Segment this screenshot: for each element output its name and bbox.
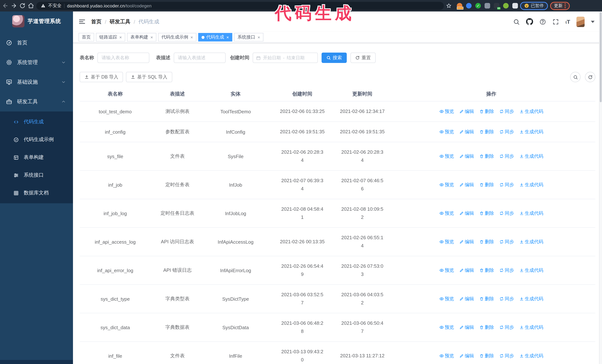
browser-back-icon[interactable] xyxy=(2,3,9,9)
action-preview[interactable]: 预览 xyxy=(439,182,454,188)
sidebar-item-infra[interactable]: 基础设施 xyxy=(0,72,73,92)
breadcrumb-devtools[interactable]: 研发工具 xyxy=(110,18,130,25)
start-date-placeholder[interactable]: 开始日期 xyxy=(263,55,281,61)
search-button[interactable]: 搜索 xyxy=(322,52,347,63)
refresh-table-button[interactable] xyxy=(585,72,595,82)
action-sync[interactable]: 同步 xyxy=(499,129,514,135)
action-sync[interactable]: 同步 xyxy=(499,239,514,245)
avatar[interactable] xyxy=(576,16,585,27)
avatar-caret-icon[interactable] xyxy=(591,21,595,23)
sidebar-item-system-api[interactable]: 系统接口 xyxy=(0,166,73,184)
font-size-icon[interactable]: tT xyxy=(566,19,570,24)
action-edit[interactable]: 编辑 xyxy=(459,353,474,359)
sidebar-item-home[interactable]: 首页 xyxy=(0,33,73,52)
help-icon[interactable] xyxy=(540,18,546,25)
tab-代码生成[interactable]: 代码生成 × xyxy=(198,33,232,42)
action-sync[interactable]: 同步 xyxy=(499,296,514,302)
action-generate[interactable]: 生成代码 xyxy=(519,153,543,159)
action-delete[interactable]: 删除 xyxy=(479,296,494,302)
tab-close-icon[interactable]: × xyxy=(226,35,229,40)
collapse-sidebar-icon[interactable] xyxy=(78,18,86,25)
action-generate[interactable]: 生成代码 xyxy=(519,182,543,188)
tab-close-icon[interactable]: × xyxy=(190,35,193,40)
window-scrollbar[interactable] xyxy=(599,11,602,364)
tab-系统接口[interactable]: 系统接口 × xyxy=(234,33,263,42)
action-sync[interactable]: 同步 xyxy=(499,210,514,217)
action-delete[interactable]: 删除 xyxy=(479,353,494,359)
action-preview[interactable]: 预览 xyxy=(439,353,454,359)
browser-home-icon[interactable] xyxy=(28,3,34,9)
browser-reload-icon[interactable] xyxy=(19,3,26,9)
action-preview[interactable]: 预览 xyxy=(439,267,454,273)
tab-close-icon[interactable]: × xyxy=(150,35,153,40)
paused-extension-button[interactable]: 已暂停 xyxy=(520,2,548,10)
address-bar[interactable]: 不安全 dashboard.yudao.iocoder.cn/tool/code… xyxy=(36,2,444,10)
date-range-picker[interactable]: 开始日期 - 结束日期 xyxy=(253,52,318,63)
action-generate[interactable]: 生成代码 xyxy=(519,324,543,331)
action-preview[interactable]: 预览 xyxy=(439,210,454,217)
toggle-search-button[interactable] xyxy=(570,72,580,82)
breadcrumb-home[interactable]: 首页 xyxy=(91,18,101,25)
dark-switch-extension-icon[interactable]: on xyxy=(494,3,499,9)
action-delete[interactable]: 删除 xyxy=(479,153,494,159)
action-edit[interactable]: 编辑 xyxy=(459,129,474,135)
browser-update-button[interactable]: 更新 xyxy=(550,2,570,10)
table-name-input[interactable] xyxy=(97,52,149,63)
action-generate[interactable]: 生成代码 xyxy=(519,267,543,273)
app-logo-row[interactable]: 芋道管理系统 xyxy=(0,11,73,31)
action-edit[interactable]: 编辑 xyxy=(459,296,474,302)
scrollbar-thumb[interactable] xyxy=(600,12,602,102)
puzzle-extension-icon[interactable] xyxy=(512,3,518,9)
action-sync[interactable]: 同步 xyxy=(499,182,514,188)
sql-import-button[interactable]: 基于 SQL 导入 xyxy=(126,72,172,82)
action-sync[interactable]: 同步 xyxy=(499,108,514,114)
action-generate[interactable]: 生成代码 xyxy=(519,296,543,302)
action-preview[interactable]: 预览 xyxy=(439,153,454,159)
action-preview[interactable]: 预览 xyxy=(439,324,454,331)
action-sync[interactable]: 同步 xyxy=(499,353,514,359)
table-desc-input[interactable] xyxy=(174,52,226,63)
action-delete[interactable]: 删除 xyxy=(479,239,494,245)
action-edit[interactable]: 编辑 xyxy=(459,108,474,114)
gray-grid-extension-icon[interactable] xyxy=(484,3,490,9)
tab-链路追踪[interactable]: 链路追踪 × xyxy=(96,33,125,42)
action-generate[interactable]: 生成代码 xyxy=(519,129,543,135)
tab-代码生成示例[interactable]: 代码生成示例 × xyxy=(158,33,196,42)
action-delete[interactable]: 删除 xyxy=(479,267,494,273)
end-date-placeholder[interactable]: 结束日期 xyxy=(287,55,304,61)
action-edit[interactable]: 编辑 xyxy=(459,324,474,331)
tab-首页[interactable]: 首页 xyxy=(78,33,94,42)
action-delete[interactable]: 删除 xyxy=(479,129,494,135)
action-preview[interactable]: 预览 xyxy=(439,108,454,114)
sidebar-item-codegen-example[interactable]: 代码生成示例 xyxy=(0,131,73,148)
action-preview[interactable]: 预览 xyxy=(439,296,454,302)
action-edit[interactable]: 编辑 xyxy=(459,153,474,159)
github-icon[interactable] xyxy=(526,18,533,25)
action-sync[interactable]: 同步 xyxy=(499,324,514,331)
orange-circle-extension-icon[interactable] xyxy=(457,3,462,9)
sidebar-item-system[interactable]: 系统管理 xyxy=(0,52,73,72)
action-delete[interactable]: 删除 xyxy=(479,108,494,114)
action-generate[interactable]: 生成代码 xyxy=(519,108,543,114)
action-sync[interactable]: 同步 xyxy=(499,267,514,273)
action-edit[interactable]: 编辑 xyxy=(459,210,474,217)
action-generate[interactable]: 生成代码 xyxy=(519,239,543,245)
sidebar-item-db-doc[interactable]: 数据库文档 xyxy=(0,184,73,202)
action-delete[interactable]: 删除 xyxy=(479,324,494,331)
tab-close-icon[interactable]: × xyxy=(119,35,122,40)
action-generate[interactable]: 生成代码 xyxy=(519,353,543,359)
sidebar-item-codegen[interactable]: 代码生成 xyxy=(0,113,73,131)
update-menu-dots-icon[interactable] xyxy=(564,3,566,8)
action-generate[interactable]: 生成代码 xyxy=(519,210,543,217)
db-import-button[interactable]: 基于 DB 导入 xyxy=(80,72,123,82)
green-creature-extension-icon[interactable] xyxy=(503,3,509,9)
tab-close-icon[interactable]: × xyxy=(258,35,260,40)
action-preview[interactable]: 预览 xyxy=(439,129,454,135)
action-sync[interactable]: 同步 xyxy=(499,153,514,159)
action-edit[interactable]: 编辑 xyxy=(459,182,474,188)
blue-gem-extension-icon[interactable] xyxy=(466,3,472,9)
reset-button[interactable]: 重置 xyxy=(350,52,376,63)
sidebar-item-form-builder[interactable]: 表单构建 xyxy=(0,148,73,166)
tab-表单构建[interactable]: 表单构建 × xyxy=(127,33,156,42)
bookmark-star-icon[interactable] xyxy=(446,3,452,9)
